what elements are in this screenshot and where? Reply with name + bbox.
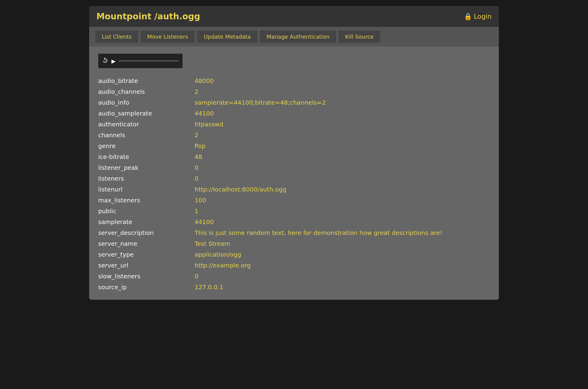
page-title: Mountpoint /auth.ogg: [96, 11, 200, 21]
nav-btn-update-metadata[interactable]: Update Metadata: [197, 30, 257, 43]
field-key: audio_samplerate: [98, 110, 195, 117]
field-key: listenurl: [98, 186, 195, 193]
svg-text:30: 30: [104, 59, 107, 62]
table-row: genrePop: [98, 141, 490, 151]
field-key: slow_listeners: [98, 273, 195, 280]
nav-bar: List ClientsMove ListenersUpdate Metadat…: [89, 27, 499, 46]
field-value: 2: [195, 131, 199, 139]
player-track[interactable]: [119, 60, 179, 62]
field-key: ice-bitrate: [98, 153, 195, 160]
table-row: max_listeners100: [98, 195, 490, 206]
table-row: authenticatorhtpasswd: [98, 119, 490, 130]
field-key: audio_info: [98, 99, 195, 106]
field-key: audio_channels: [98, 88, 195, 95]
table-row: server_descriptionThis is just some rand…: [98, 227, 490, 238]
field-key: samplerate: [98, 218, 195, 226]
field-key: genre: [98, 142, 195, 150]
header: Mountpoint /auth.ogg 🔒 Login: [89, 6, 499, 27]
data-table: audio_bitrate48000audio_channels2audio_i…: [98, 75, 490, 293]
field-value: 0: [195, 164, 199, 171]
nav-btn-list-clients[interactable]: List Clients: [95, 30, 138, 43]
table-row: audio_channels2: [98, 86, 490, 97]
field-value: 2: [195, 88, 199, 95]
main-window: Mountpoint /auth.ogg 🔒 Login List Client…: [89, 6, 499, 300]
table-row: server_urlhttp://example.org: [98, 260, 490, 271]
field-value: 0: [195, 273, 199, 280]
field-key: server_name: [98, 240, 195, 247]
field-value: 48: [195, 153, 202, 160]
table-row: slow_listeners0: [98, 271, 490, 282]
table-row: public1: [98, 206, 490, 217]
table-row: listener_peak0: [98, 162, 490, 173]
field-value: 1: [195, 207, 199, 215]
field-value: http://example.org: [195, 262, 251, 269]
field-value: 127.0.0.1: [195, 283, 223, 291]
table-row: listenurlhttp://localhost:8000/auth.ogg: [98, 184, 490, 195]
lock-icon: 🔒: [464, 13, 472, 20]
field-key: server_description: [98, 229, 195, 236]
field-value: samplerate=44100;bitrate=48;channels=2: [195, 99, 326, 106]
table-row: channels2: [98, 130, 490, 141]
nav-btn-move-listeners[interactable]: Move Listeners: [141, 30, 195, 43]
field-key: channels: [98, 131, 195, 139]
play-icon[interactable]: ▶: [111, 58, 116, 64]
field-value: application/ogg: [195, 251, 241, 258]
table-row: audio_samplerate44100: [98, 108, 490, 119]
table-row: audio_bitrate48000: [98, 75, 490, 86]
audio-player[interactable]: 30 ▶: [98, 54, 183, 68]
field-value: Test Stream: [195, 240, 230, 247]
table-row: source_ip127.0.0.1: [98, 282, 490, 293]
field-key: max_listeners: [98, 197, 195, 204]
field-key: authenticator: [98, 121, 195, 128]
field-key: server_url: [98, 262, 195, 269]
field-key: listeners: [98, 175, 195, 182]
table-row: listeners0: [98, 173, 490, 184]
field-key: listener_peak: [98, 164, 195, 171]
field-value: 44100: [195, 110, 214, 117]
table-row: server_typeapplication/ogg: [98, 249, 490, 260]
content-area: 30 ▶ audio_bitrate48000audio_channels2au…: [89, 46, 499, 300]
field-key: source_ip: [98, 283, 195, 291]
nav-btn-kill-source[interactable]: Kill Source: [339, 30, 380, 43]
nav-btn-manage-authentication[interactable]: Manage Authentication: [260, 30, 336, 43]
table-row: samplerate44100: [98, 217, 490, 227]
field-key: audio_bitrate: [98, 77, 195, 84]
field-value: 100: [195, 197, 206, 204]
replay-icon[interactable]: 30: [102, 57, 108, 65]
field-key: server_type: [98, 251, 195, 258]
field-value: 44100: [195, 218, 214, 226]
table-row: ice-bitrate48: [98, 151, 490, 162]
field-value: This is just some random text, here for …: [195, 229, 443, 236]
field-key: public: [98, 207, 195, 215]
table-row: server_nameTest Stream: [98, 238, 490, 249]
login-button[interactable]: 🔒 Login: [464, 13, 492, 20]
field-value: Pop: [195, 142, 205, 150]
table-row: audio_infosamplerate=44100;bitrate=48;ch…: [98, 97, 490, 108]
login-label: Login: [474, 13, 492, 20]
field-value: 0: [195, 175, 199, 182]
field-value: 48000: [195, 77, 214, 84]
field-value: http://localhost:8000/auth.ogg: [195, 186, 286, 193]
field-value: htpasswd: [195, 121, 223, 128]
